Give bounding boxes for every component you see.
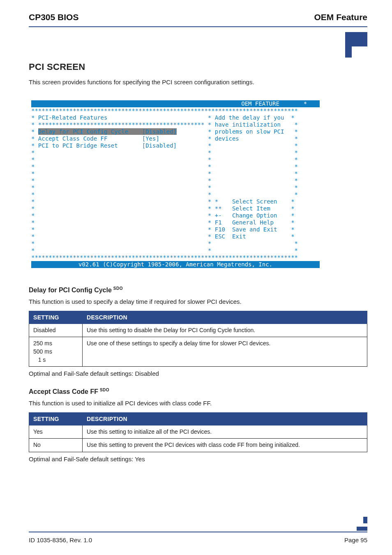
- delay-intro: This function is used to specify a delay…: [29, 298, 367, 306]
- bios-row: * * *: [31, 240, 320, 247]
- bios-row: * * F10 Save and Exit *: [31, 226, 320, 233]
- bios-border-top: ****************************************…: [31, 107, 320, 114]
- bios-row: * * +- Change Option *: [31, 212, 320, 219]
- section-intro: This screen provides functions for speci…: [29, 78, 367, 86]
- bios-row: * Accept Class Code FF [Yes] * devices *: [31, 135, 320, 142]
- table-header-setting: SETTING: [29, 412, 83, 425]
- brand-logo-small-icon: [356, 516, 367, 531]
- description-cell: Use this setting to initialize all of th…: [83, 425, 367, 439]
- bios-row: * * * Select Screen *: [31, 198, 320, 205]
- brand-logo-icon: [339, 32, 367, 60]
- table-header-description: DESCRIPTION: [83, 412, 367, 425]
- bios-row: * * *: [31, 156, 320, 163]
- bios-row: * * ** Select Item *: [31, 205, 320, 212]
- description-cell: Use this setting to disable the Delay fo…: [83, 324, 367, 337]
- description-cell: Use this setting to prevent the PCI devi…: [83, 439, 367, 452]
- bios-border-bottom: ****************************************…: [31, 254, 320, 261]
- section-title: PCI SCREEN: [29, 62, 367, 72]
- setting-cell: No: [29, 439, 83, 452]
- bios-row: * * ESC Exit *: [31, 233, 320, 240]
- bios-row: * * *: [31, 184, 320, 191]
- bios-footer: v02.61 (C)Copyright 1985-2006, American …: [31, 261, 320, 268]
- footer-divider: [29, 532, 367, 532]
- description-cell: Use one of these settings to specify a d…: [83, 337, 367, 367]
- header-right: OEM Feature: [314, 12, 367, 22]
- table-row: Yes Use this setting to initialize all o…: [29, 425, 367, 439]
- table-header-description: DESCRIPTION: [83, 311, 367, 324]
- page-footer: ID 1035-8356, Rev. 1.0 Page 95: [29, 532, 367, 543]
- setting-cell: 250 ms 500 ms 1 s: [29, 337, 83, 367]
- table-row: Disabled Use this setting to disable the…: [29, 324, 367, 337]
- page-header: CP305 BIOS OEM Feature: [29, 12, 367, 22]
- bios-row: * * F1 General Help *: [31, 219, 320, 226]
- table-row: 250 ms 500 ms 1 s Use one of these setti…: [29, 337, 367, 367]
- table-row: No Use this setting to prevent the PCI d…: [29, 439, 367, 452]
- footer-right: Page 95: [344, 536, 367, 543]
- delay-defaults: Optimal and Fail-Safe default settings: …: [29, 370, 367, 377]
- table-header-setting: SETTING: [29, 311, 83, 324]
- bios-row: * * *: [31, 247, 320, 254]
- sdo-sup: SDO: [113, 286, 123, 291]
- accept-defaults: Optimal and Fail-Safe default settings: …: [29, 456, 367, 462]
- brand-logo-area: [29, 27, 367, 60]
- bios-row: * * *: [31, 170, 320, 177]
- subsection-accept-title: Accept Class Code FFSDO: [29, 388, 367, 395]
- bios-titlebar: OEM FEATURE *: [31, 100, 320, 107]
- bios-row: * **************************************…: [31, 121, 320, 128]
- delay-settings-table: SETTING DESCRIPTION Disabled Use this se…: [29, 311, 367, 367]
- sdo-sup: SDO: [100, 388, 109, 392]
- accept-settings-table: SETTING DESCRIPTION Yes Use this setting…: [29, 412, 367, 452]
- bios-row: * PCI-Related Features * Add the delay i…: [31, 114, 320, 121]
- bios-row: * Delay for PCI Config Cycle [Disabled] …: [31, 128, 320, 135]
- setting-cell: Yes: [29, 425, 83, 439]
- accept-intro: This function is used to initialize all …: [29, 399, 367, 407]
- setting-cell: Disabled: [29, 324, 83, 337]
- bios-row: * PCI to PCI Bridge Reset [Disabled] * *: [31, 142, 320, 149]
- subsection-delay-title: Delay for PCI Config CycleSDO: [29, 286, 367, 294]
- bios-row: * * *: [31, 191, 320, 198]
- bios-row: * * *: [31, 163, 320, 170]
- header-left: CP305 BIOS: [29, 12, 78, 22]
- bios-row: * * *: [31, 149, 320, 156]
- footer-left: ID 1035-8356, Rev. 1.0: [29, 536, 92, 543]
- bios-row: * * *: [31, 177, 320, 184]
- bios-screenshot: OEM FEATURE * **************************…: [31, 100, 320, 268]
